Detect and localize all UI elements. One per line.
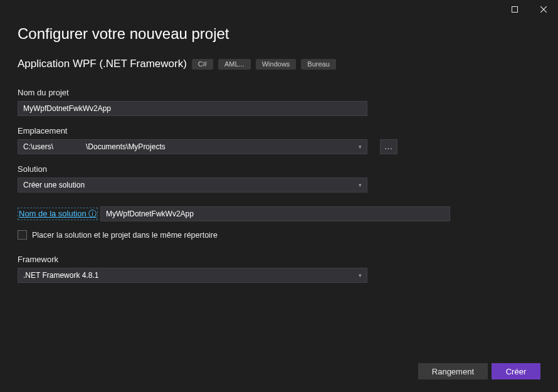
solution-label: Solution <box>18 164 540 174</box>
dialog-footer: Rangement Créer <box>418 363 540 379</box>
chevron-down-icon: ▾ <box>359 144 362 150</box>
location-label: Emplacement <box>18 126 540 135</box>
same-dir-label: Placer la solution et le projet dans le … <box>32 231 218 240</box>
project-name-label: Nom du projet <box>18 88 540 97</box>
tag-platform: Windows <box>256 59 297 70</box>
location-value-part2: \Documents\MyProjects <box>86 142 166 151</box>
solution-group: Solution Créer une solution ▾ <box>18 164 540 193</box>
framework-label: Framework <box>18 255 540 264</box>
same-dir-row: Placer la solution et le projet dans le … <box>18 230 540 240</box>
location-dropdown[interactable]: C:\users\ \Documents\MyProjects ▾ <box>18 139 367 154</box>
close-icon <box>540 6 547 13</box>
template-name: Application WPF (.NET Framework) <box>18 58 187 70</box>
location-value-part1: C:\users\ <box>23 142 53 151</box>
framework-dropdown[interactable]: .NET Framework 4.8.1 ▾ <box>18 268 367 283</box>
maximize-icon <box>512 6 518 13</box>
framework-group: Framework .NET Framework 4.8.1 ▾ <box>18 255 540 283</box>
chevron-down-icon: ▾ <box>359 182 362 188</box>
solution-dropdown[interactable]: Créer une solution ▾ <box>18 177 367 193</box>
tag-type: Bureau <box>301 59 335 70</box>
template-row: Application WPF (.NET Framework) C# AML.… <box>18 58 540 70</box>
project-name-group: Nom du projet <box>18 88 540 116</box>
page-title: Configurer votre nouveau projet <box>18 25 540 43</box>
solution-name-input[interactable] <box>100 206 450 221</box>
create-button[interactable]: Créer <box>492 363 540 379</box>
maximize-button[interactable] <box>500 0 529 19</box>
titlebar <box>500 0 558 19</box>
solution-name-group: Nom de la solution ⓘ Placer la solution … <box>18 203 540 240</box>
browse-label: ... <box>384 142 392 151</box>
tag-xaml: AML... <box>218 59 251 70</box>
tag-language: C# <box>192 59 213 70</box>
svg-rect-0 <box>512 7 518 13</box>
same-dir-checkbox[interactable] <box>18 230 27 240</box>
framework-selected: .NET Framework 4.8.1 <box>23 271 98 280</box>
project-name-input[interactable] <box>18 101 367 116</box>
dialog-content: Configurer votre nouveau projet Applicat… <box>0 0 558 283</box>
solution-selected: Créer une solution <box>23 181 85 189</box>
back-button[interactable]: Rangement <box>418 363 488 379</box>
browse-button[interactable]: ... <box>380 139 397 154</box>
location-group: Emplacement C:\users\ \Documents\MyProje… <box>18 126 540 154</box>
back-label: Rangement <box>432 367 474 376</box>
create-label: Créer <box>506 367 527 376</box>
solution-name-label[interactable]: Nom de la solution ⓘ <box>18 208 98 220</box>
chevron-down-icon: ▾ <box>359 272 362 278</box>
close-button[interactable] <box>529 0 558 19</box>
